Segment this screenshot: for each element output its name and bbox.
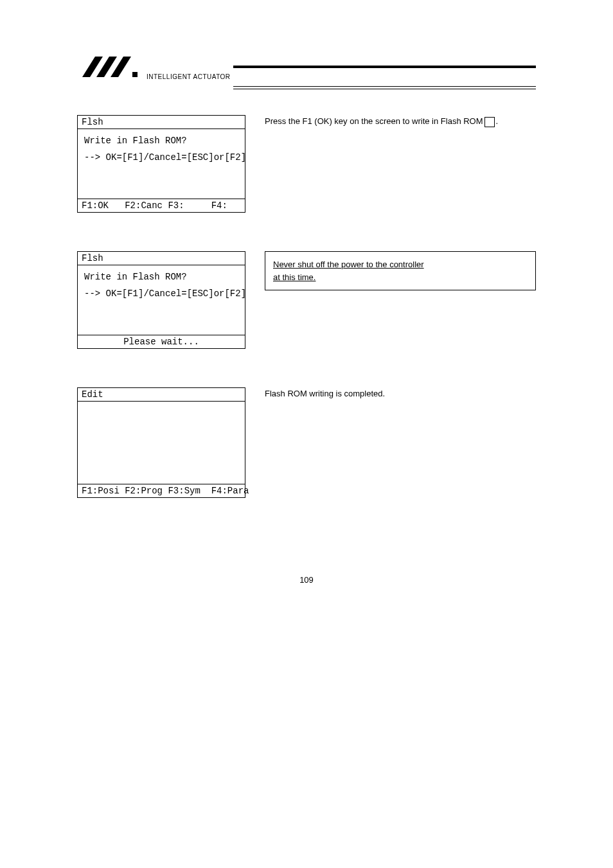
lcd-line: Write in Flash ROM? <box>84 272 241 282</box>
lcd-footer: Please wait... <box>78 335 245 348</box>
lcd-footer: F1:OK F2:Canc F3: F4: <box>78 199 245 212</box>
instruction-text: Flash ROM writing is completed. <box>265 387 536 401</box>
header-logo-row: INTELLIGENT ACTUATOR <box>77 51 536 89</box>
lcd-title: Edit <box>78 388 245 402</box>
lcd-line: --> OK=[F1]/Cancel=[ESC]or[F2] <box>84 288 241 299</box>
header-rules <box>233 66 536 89</box>
instruction-text: Press the F1 (OK) key on the screen to w… <box>265 115 536 128</box>
lcd-screen-edit: Edit F1:Posi F2:Prog F3:Sym F4:Para <box>77 387 245 498</box>
lcd-line: --> OK=[F1]/Cancel=[ESC]or[F2] <box>84 152 241 163</box>
brand-logo: INTELLIGENT ACTUATOR <box>77 51 231 89</box>
logo-text: INTELLIGENT ACTUATOR <box>147 73 231 80</box>
lcd-screen-flash-wait: Flsh Write in Flash ROM? --> OK=[F1]/Can… <box>77 251 245 349</box>
lcd-footer: F1:Posi F2:Prog F3:Sym F4:Para <box>78 484 245 497</box>
warning-line: at this time. <box>273 272 315 282</box>
lcd-title: Flsh <box>78 252 245 265</box>
lcd-line: Write in Flash ROM? <box>84 136 241 146</box>
lcd-screen-flash-confirm: Flsh Write in Flash ROM? --> OK=[F1]/Can… <box>77 115 245 213</box>
page-number: 109 <box>77 575 536 585</box>
warning-box: Never shut off the power to the controll… <box>265 251 536 290</box>
lcd-title: Flsh <box>78 116 245 129</box>
key-icon <box>484 117 495 127</box>
warning-line: Never shut off the power to the controll… <box>273 260 424 269</box>
